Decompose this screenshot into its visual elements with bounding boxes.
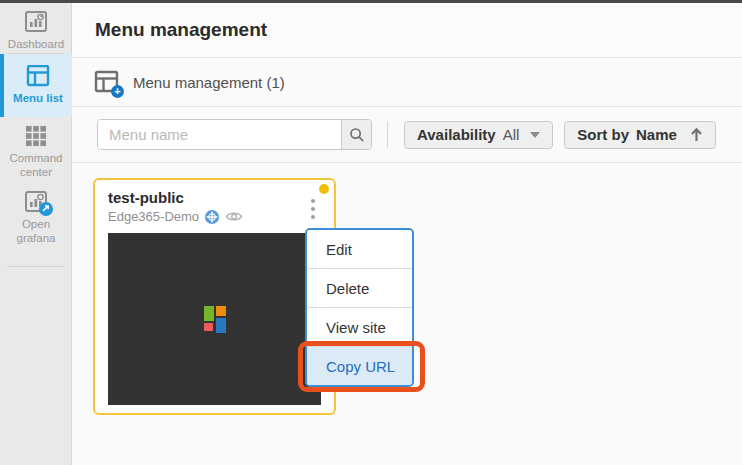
sidebar-divider	[7, 266, 64, 267]
sort-value: Name	[636, 126, 677, 143]
sidebar-item-command-center[interactable]: Command center	[0, 125, 72, 180]
context-menu-item-edit[interactable]: Edit	[307, 230, 412, 268]
search-input[interactable]	[98, 120, 341, 149]
eye-icon[interactable]	[225, 210, 243, 223]
section-title: Menu management (1)	[133, 74, 285, 91]
search-box	[97, 119, 372, 150]
sidebar-item-label: Dashboard	[3, 37, 69, 51]
globe-icon	[205, 210, 219, 224]
search-icon	[349, 127, 365, 143]
card-subtitle: Edge365-Demo	[108, 209, 199, 224]
toolbar: Availability All Sort by Name	[72, 107, 742, 163]
card-subtitle-row: Edge365-Demo	[108, 209, 243, 224]
sidebar-item-label: Command center	[3, 151, 69, 180]
menu-add-icon: +	[94, 70, 121, 95]
card-context-menu: Edit Delete View site Copy URL	[305, 228, 414, 387]
menu-management-app: Dashboard Menu list	[0, 0, 742, 465]
availability-label: Availability	[417, 126, 496, 143]
toolbar-separator	[387, 122, 388, 148]
availability-value: All	[503, 126, 520, 143]
logo-green-block	[204, 306, 214, 321]
menu-card-test-public[interactable]: test-public Edge365-Demo	[93, 178, 336, 415]
command-center-grid-icon	[25, 125, 47, 147]
logo-orange-block	[216, 306, 226, 316]
card-title: test-public	[108, 189, 184, 206]
search-button[interactable]	[341, 120, 371, 149]
sort-label: Sort by	[577, 126, 629, 143]
sidebar-item-open-grafana[interactable]: Open grafana	[0, 191, 72, 246]
section-row: + Menu management (1)	[72, 59, 742, 107]
sidebar: Dashboard Menu list	[0, 3, 72, 465]
logo-red-block	[204, 323, 213, 331]
site-logo	[204, 306, 226, 333]
context-menu-item-copy-url[interactable]: Copy URL	[307, 346, 412, 385]
logo-blue-block	[216, 318, 226, 333]
dashboard-chart-icon	[24, 11, 48, 33]
menu-list-layout-icon	[26, 65, 50, 87]
menu-thumbnail[interactable]	[108, 233, 321, 405]
availability-dropdown[interactable]: Availability All	[404, 121, 553, 149]
context-menu-item-delete[interactable]: Delete	[307, 268, 412, 307]
page-title: Menu management	[95, 19, 267, 41]
add-badge-icon: +	[111, 85, 124, 98]
kebab-menu-icon[interactable]	[307, 197, 319, 221]
sidebar-item-label: Open grafana	[3, 217, 69, 246]
sidebar-item-label: Menu list	[5, 91, 71, 105]
open-grafana-icon	[24, 191, 48, 213]
page-header: Menu management	[72, 3, 742, 58]
caret-down-icon	[530, 132, 540, 138]
status-dot	[319, 184, 329, 194]
sidebar-item-dashboard[interactable]: Dashboard	[0, 11, 72, 51]
context-menu-item-view-site[interactable]: View site	[307, 307, 412, 346]
sidebar-item-menu-list[interactable]: Menu list	[0, 54, 72, 117]
arrow-up-icon	[690, 127, 703, 142]
sort-dropdown[interactable]: Sort by Name	[564, 121, 716, 149]
